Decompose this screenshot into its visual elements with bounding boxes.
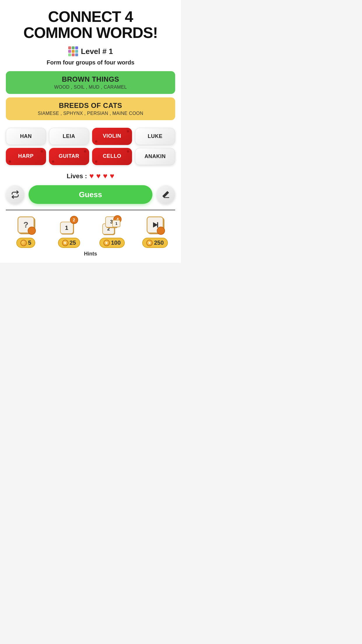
grid-cell bbox=[75, 50, 78, 53]
word-tile-leia[interactable]: LEIA bbox=[49, 128, 89, 145]
word-tile-violin[interactable]: VIOLIN bbox=[92, 128, 132, 145]
coin-play: ★ bbox=[146, 240, 153, 246]
word-tile-cello[interactable]: CELLO bbox=[92, 148, 132, 165]
guess-button[interactable]: Guess bbox=[29, 185, 152, 204]
page-title: CONNECT 4COMMON WORDS! bbox=[23, 9, 158, 41]
word-tile-han[interactable]: HAN bbox=[6, 128, 46, 145]
category-card-brown: BROWN THINGS WOOD , SOIL , MUD , CARAMEL bbox=[6, 71, 175, 94]
word-tile-luke[interactable]: LUKE bbox=[135, 128, 175, 145]
svg-rect-1 bbox=[157, 222, 158, 228]
grid-cell bbox=[68, 50, 71, 53]
hint-icon-swap: 1 2 bbox=[59, 214, 80, 235]
coin-question bbox=[20, 240, 27, 246]
grid-cell bbox=[72, 46, 75, 49]
play-badge bbox=[157, 227, 165, 235]
word-tile-harp[interactable]: HARP bbox=[6, 148, 46, 165]
hint-item-play[interactable]: ★ 250 bbox=[135, 214, 175, 248]
hint-icon-play bbox=[145, 214, 166, 235]
subtitle: Form four groups of four words bbox=[47, 59, 134, 66]
reveal-card-front: 1 bbox=[112, 220, 120, 227]
cost-number-reveal: 100 bbox=[111, 239, 121, 246]
category-title-cats: BREEDS OF CATS bbox=[12, 102, 169, 110]
grid-cell bbox=[68, 53, 71, 56]
heart-3: ♥ bbox=[103, 172, 107, 181]
hints-section: ? 5 1 2 bbox=[6, 210, 175, 257]
lives-label: Lives : bbox=[67, 172, 87, 180]
hint-item-swap[interactable]: 1 2 ★ 25 bbox=[49, 214, 89, 248]
action-row: Guess bbox=[6, 185, 175, 204]
grid-cell bbox=[75, 46, 78, 49]
shuffle-icon bbox=[11, 190, 19, 199]
erase-icon bbox=[162, 190, 170, 199]
category-words-cats: SIAMESE , SPHYNX , PERSIAN , MAINE COON bbox=[12, 111, 169, 116]
small-card-1: 1 bbox=[60, 222, 73, 234]
heart-4: ♥ bbox=[110, 172, 114, 181]
hint-cost-swap: ★ 25 bbox=[58, 238, 80, 248]
hint-item-reveal[interactable]: 2 3 4 1 ★ bbox=[92, 214, 132, 248]
grid-cell bbox=[72, 50, 75, 53]
coin-swap: ★ bbox=[62, 240, 68, 246]
hint-badge-question bbox=[28, 227, 36, 235]
coin-reveal: ★ bbox=[103, 240, 110, 246]
word-tile-anakin[interactable]: ANAKIN bbox=[135, 148, 175, 165]
category-words-brown: WOOD , SOIL , MUD , CARAMEL bbox=[12, 85, 169, 90]
level-label: Level # 1 bbox=[81, 47, 113, 56]
swap-badge: 2 bbox=[70, 216, 78, 224]
erase-button[interactable] bbox=[157, 185, 175, 204]
lives-row: Lives : ♥ ♥ ♥ ♥ bbox=[67, 172, 114, 181]
hints-label: Hints bbox=[6, 251, 175, 257]
word-tile-guitar[interactable]: GUITAR bbox=[49, 148, 89, 165]
hint-item-question[interactable]: ? 5 bbox=[6, 214, 46, 248]
svg-marker-0 bbox=[153, 222, 158, 228]
hint-cost-question: 5 bbox=[16, 238, 35, 248]
cost-number-swap: 25 bbox=[70, 239, 76, 246]
category-title-brown: BROWN THINGS bbox=[12, 75, 169, 83]
heart-2: ♥ bbox=[96, 172, 101, 181]
grid-cell bbox=[75, 53, 78, 56]
category-card-cats: BREEDS OF CATS SIAMESE , SPHYNX , PERSIA… bbox=[6, 97, 175, 120]
heart-1: ♥ bbox=[89, 172, 94, 181]
hint-cost-reveal: ★ 100 bbox=[99, 238, 125, 248]
word-grid: HAN LEIA VIOLIN LUKE HARP GUITAR CELLO A… bbox=[6, 128, 175, 165]
grid-icon bbox=[68, 46, 78, 56]
shuffle-button[interactable] bbox=[6, 185, 24, 204]
grid-cell bbox=[72, 53, 75, 56]
hint-cost-play: ★ 250 bbox=[142, 238, 168, 248]
hints-grid: ? 5 1 2 bbox=[6, 214, 175, 248]
hint-icon-question: ? bbox=[15, 214, 36, 235]
cost-number-question: 5 bbox=[28, 239, 31, 246]
grid-cell bbox=[68, 46, 71, 49]
cost-number-play: 250 bbox=[154, 239, 164, 246]
game-page: CONNECT 4COMMON WORDS! Level # 1 Form fo… bbox=[0, 0, 181, 263]
hint-icon-reveal: 2 3 4 1 bbox=[101, 214, 122, 235]
level-row: Level # 1 bbox=[68, 46, 113, 56]
